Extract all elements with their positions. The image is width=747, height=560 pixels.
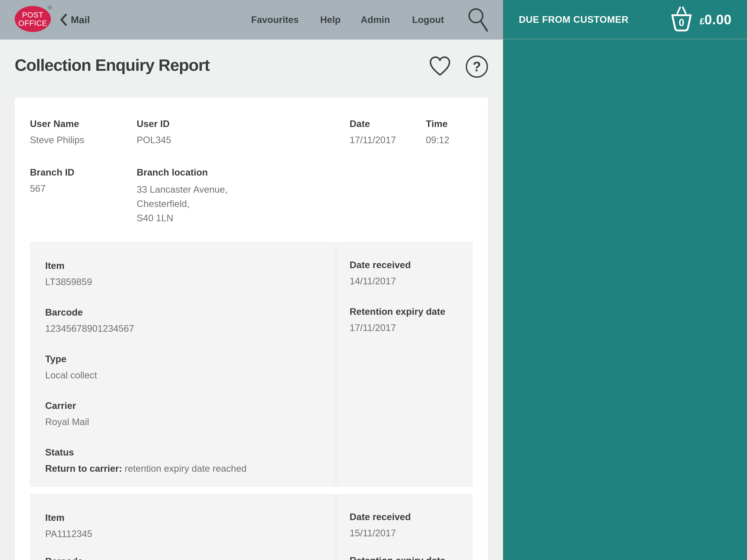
nav-logout[interactable]: Logout [412,0,444,39]
logo-line-2: OFFICE [19,19,47,27]
branch-id-value: 567 [30,183,74,194]
due-from-customer-title: DUE FROM CUSTOMER [519,0,628,39]
top-bar: POST OFFICE ® Mail Favourites Help Admin… [0,0,503,39]
branch-address-line: 33 Lancaster Avenue, [137,182,228,197]
user-name-value: Steve Philips [30,134,84,146]
logo-line-1: POST [22,11,44,19]
basket-amount: £ 0.00 [700,12,731,27]
nav-help[interactable]: Help [320,0,340,39]
panel-divider [336,242,336,487]
date-value: 17/11/2017 [350,134,396,146]
retention-expiry-label: Retention expiry date [350,306,463,317]
barcode-label: Barcode [45,556,320,560]
retention-expiry-value: 17/11/2017 [350,322,463,334]
carrier-label: Carrier [45,400,320,411]
branch-address-line: S40 1LN [137,211,228,225]
nav-favourites[interactable]: Favourites [251,0,299,39]
back-label: Mail [71,14,90,25]
help-icon[interactable]: ? [466,55,488,78]
item-panel-2: Item PA1112345 Barcode Date received 15/… [30,494,473,560]
type-value: Local collect [45,369,320,381]
type-label: Type [45,353,320,365]
search-icon[interactable] [468,7,489,32]
post-office-logo: POST OFFICE [15,6,51,32]
barcode-value: 12345678901234567 [45,323,320,335]
date-received-value: 14/11/2017 [350,275,463,287]
time-value: 09:12 [426,134,449,146]
page-title: Collection Enquiry Report [15,55,209,75]
panel-divider [336,494,336,560]
nav-admin[interactable]: Admin [361,0,390,39]
barcode-label: Barcode [45,306,320,318]
main-content: Collection Enquiry Report ? User Name St… [0,39,503,560]
time-label: Time [426,118,449,130]
amount-value: 0.00 [704,12,731,27]
date-received-value: 15/11/2017 [350,527,463,539]
basket-count: 0 [679,17,684,28]
user-id-label: User ID [137,118,171,130]
date-received-label: Date received [350,259,463,271]
basket-icon[interactable]: 0 [668,6,695,33]
registered-trademark-icon: ® [48,4,52,10]
item-value: PA1112345 [45,528,320,540]
status-value-bold: Return to carrier: [45,463,122,474]
report-card: User Name Steve Philips User ID POL345 D… [15,98,488,560]
item-label: Item [45,512,320,524]
retention-expiry-label: Retention expiry date [350,555,463,560]
back-link-mail[interactable]: Mail [60,0,90,39]
status-value-text: retention expiry date reached [122,463,247,474]
branch-address-line: Chesterfield, [137,197,228,211]
item-panel-1: Item LT3859859 Barcode 12345678901234567… [30,242,473,487]
currency-symbol: £ [700,16,704,26]
back-chevron-icon [60,14,67,26]
branch-id-label: Branch ID [30,166,74,178]
basket-header-divider [503,39,747,39]
user-name-label: User Name [30,118,84,130]
branch-address: 33 Lancaster Avenue, Chesterfield, S40 1… [137,182,228,225]
favourite-heart-icon[interactable] [430,56,450,76]
branch-location-label: Branch location [137,166,228,178]
item-value: LT3859859 [45,276,320,288]
date-label: Date [350,118,396,130]
status-value: Return to carrier: retention expiry date… [45,463,320,474]
carrier-value: Royal Mail [45,416,320,428]
item-label: Item [45,260,320,271]
status-label: Status [45,447,320,458]
date-received-label: Date received [350,511,463,523]
user-id-value: POL345 [137,134,171,146]
basket-panel: DUE FROM CUSTOMER 0 £ 0.00 [503,0,747,560]
